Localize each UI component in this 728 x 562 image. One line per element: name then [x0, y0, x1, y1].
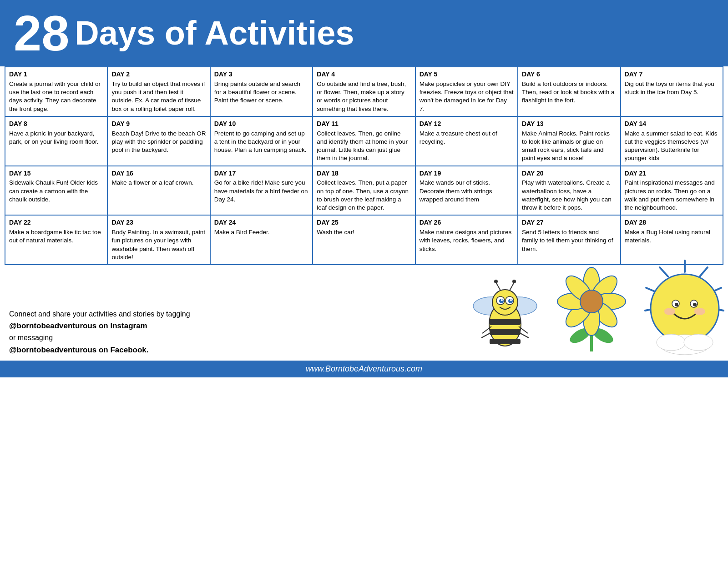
day-cell: DAY 21Paint inspirational messages and p…: [621, 166, 723, 216]
footer-intro: Connect and share your activities and st…: [9, 310, 190, 318]
day-cell: DAY 11Collect leaves. Then, go online an…: [313, 116, 415, 166]
svg-point-49: [684, 334, 713, 351]
header: 28 Days of Activities: [0, 0, 728, 66]
footer-facebook: @borntobeadventurous on Facebook.: [9, 346, 149, 354]
day-label: DAY 10: [214, 120, 308, 128]
day-label: DAY 22: [9, 218, 103, 227]
svg-point-32: [580, 290, 603, 313]
day-cell: DAY 8Have a picnic in your backyard, par…: [5, 116, 107, 166]
day-label: DAY 19: [420, 169, 514, 178]
day-label: DAY 16: [111, 169, 206, 178]
day-cell: DAY 4Go outside and find a tree, bush, o…: [313, 67, 415, 116]
footer-instagram: @borntobeadventurous on Instagram: [9, 321, 147, 330]
day-cell: DAY 9Beach Day! Drive to the beach OR pl…: [107, 116, 210, 166]
footer-text: Connect and share your activities and st…: [9, 308, 190, 356]
svg-point-16: [512, 280, 516, 283]
day-label: DAY 18: [317, 169, 411, 178]
day-label: DAY 5: [420, 70, 514, 79]
day-cell: DAY 22Make a boardgame like tic tac toe …: [5, 215, 107, 265]
flower-illustration: [546, 256, 637, 356]
illustrations: [464, 256, 728, 356]
day-label: DAY 8: [9, 120, 103, 128]
svg-rect-4: [490, 329, 521, 335]
svg-point-6: [492, 290, 518, 315]
activity-table: DAY 1Create a journal with your child or…: [5, 66, 723, 265]
day-cell: DAY 19Make wands our of sticks. Decorate…: [415, 166, 518, 216]
svg-point-14: [494, 280, 498, 283]
day-cell: DAY 1Create a journal with your child or…: [5, 67, 107, 116]
svg-line-37: [660, 267, 668, 276]
day-label: DAY 6: [522, 70, 616, 79]
day-cell: DAY 12Make a treasure chest out of recyc…: [415, 116, 518, 166]
day-label: DAY 13: [522, 120, 616, 128]
calendar: DAY 1Create a journal with your child or…: [0, 66, 728, 265]
day-cell: DAY 16Make a flower or a leaf crown.: [107, 166, 210, 216]
day-cell: DAY 7Dig out the toys or items that you …: [621, 67, 723, 116]
day-label: DAY 28: [625, 218, 719, 227]
day-cell: DAY 17Go for a bike ride! Make sure you …: [210, 166, 313, 216]
day-cell: DAY 25Wash the car!: [313, 215, 415, 265]
sun-illustration: [637, 256, 728, 356]
svg-point-45: [664, 308, 675, 315]
day-label: DAY 3: [214, 70, 308, 79]
day-label: DAY 11: [317, 120, 411, 128]
day-cell: DAY 13Make Animal Rocks. Paint rocks to …: [518, 116, 620, 166]
svg-line-13: [496, 282, 500, 291]
day-cell: DAY 3Bring paints outside and search for…: [210, 67, 313, 116]
footer-or: or messaging: [9, 334, 53, 341]
day-label: DAY 27: [522, 218, 616, 227]
day-label: DAY 17: [214, 169, 308, 178]
svg-point-12: [510, 299, 512, 301]
day-label: DAY 15: [9, 169, 103, 178]
svg-line-34: [700, 267, 708, 276]
svg-point-46: [694, 308, 705, 315]
day-label: DAY 26: [420, 218, 514, 227]
day-label: DAY 23: [111, 218, 206, 227]
svg-point-48: [657, 334, 686, 351]
day-cell: DAY 18Collect leaves. Then, put a paper …: [313, 166, 415, 216]
day-label: DAY 9: [111, 120, 206, 128]
bee-illustration: [464, 265, 546, 356]
header-number: 28: [14, 8, 69, 58]
svg-point-44: [693, 303, 697, 306]
day-label: DAY 12: [420, 120, 514, 128]
day-label: DAY 1: [9, 70, 103, 79]
day-cell: DAY 15Sidewalk Chaulk Fun! Older kids ca…: [5, 166, 107, 216]
svg-line-15: [510, 282, 514, 291]
footer-area: Connect and share your activities and st…: [0, 265, 728, 356]
bottom-bar: www.BorntobeAdventurous.com: [0, 361, 728, 377]
day-label: DAY 20: [522, 169, 616, 178]
svg-point-40: [651, 274, 719, 342]
svg-point-11: [501, 299, 503, 301]
day-label: DAY 24: [214, 218, 308, 227]
day-cell: DAY 24Make a Bird Feeder.: [210, 215, 313, 265]
day-cell: DAY 10Pretent to go camping and set up a…: [210, 116, 313, 166]
website-url: www.BorntobeAdventurous.com: [306, 364, 422, 373]
day-cell: DAY 23Body Painting. In a swimsuit, pain…: [107, 215, 210, 265]
svg-rect-5: [490, 339, 521, 344]
day-cell: DAY 14Make a summer salad to eat. Kids c…: [621, 116, 723, 166]
svg-rect-3: [490, 319, 521, 325]
day-label: DAY 25: [317, 218, 411, 227]
day-label: DAY 21: [625, 169, 719, 178]
day-cell: DAY 2Try to build an object that moves i…: [107, 67, 210, 116]
day-cell: DAY 6Build a fort outdoors or indoors. T…: [518, 67, 620, 116]
svg-point-43: [675, 303, 678, 306]
day-cell: DAY 5Make popscicles or your own DIY fre…: [415, 67, 518, 116]
day-label: DAY 14: [625, 120, 719, 128]
day-label: DAY 2: [111, 70, 206, 79]
day-label: DAY 7: [625, 70, 719, 79]
day-label: DAY 4: [317, 70, 411, 79]
header-title: Days of Activities: [75, 15, 354, 51]
day-cell: DAY 20Play with waterballons. Create a w…: [518, 166, 620, 216]
